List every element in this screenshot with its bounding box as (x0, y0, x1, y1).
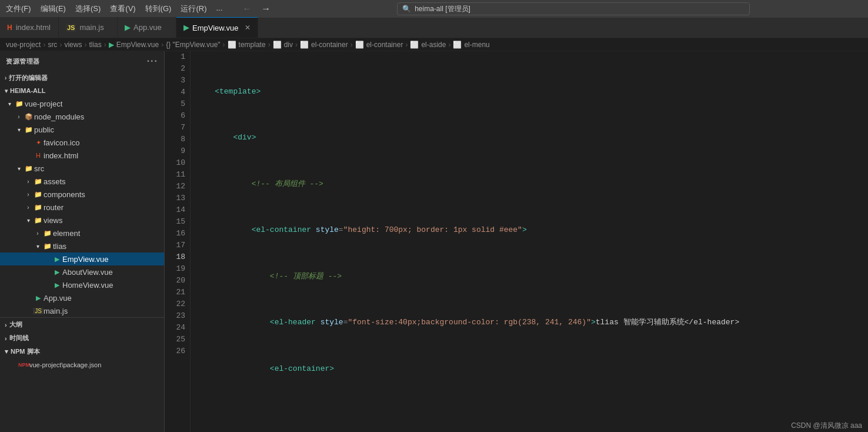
menu-select[interactable]: 选择(S) (75, 4, 101, 14)
tree-item-components[interactable]: 📁 components (0, 188, 164, 201)
breadcrumb-part[interactable]: vue-project (6, 41, 41, 49)
code-line-1: <template> (196, 86, 862, 98)
tab-label: App.vue (133, 23, 162, 32)
tree-item-views[interactable]: 📁 views (0, 214, 164, 227)
section-outline[interactable]: › 大纲 (0, 318, 164, 331)
menu-view[interactable]: 查看(V) (110, 4, 135, 14)
line-numbers: 1 2 3 4 5 6 7 8 9 10 11 12 13 14 15 16 1… (165, 51, 191, 432)
menu-file[interactable]: 文件(F) (6, 4, 31, 14)
sep-icon: › (43, 41, 45, 49)
tree-item-favicon[interactable]: ✦ favicon.ico (0, 136, 164, 149)
tree-item-element[interactable]: 📁 element (0, 227, 164, 240)
editor-area: 1 2 3 4 5 6 7 8 9 10 11 12 13 14 15 16 1… (165, 51, 868, 432)
folder-src-icon: 📁 (24, 165, 34, 172)
vue-file-icon: ▶ (52, 255, 62, 263)
tree-item-public[interactable]: 📁 public (0, 123, 164, 136)
tree-item-index-html[interactable]: H index.html (0, 149, 164, 162)
file-label: EmpView.vue (62, 255, 164, 264)
tree-item-appvue[interactable]: ▶ App.vue (0, 291, 164, 304)
sidebar-header: 资源管理器 ··· (0, 51, 164, 71)
folder-views-icon: 📁 (33, 217, 44, 224)
menu-run[interactable]: 运行(R) (181, 4, 206, 14)
code-content[interactable]: <template> <div> <!-- 布局组件 --> <el-conta… (191, 51, 868, 432)
folder-assets-icon: 📁 (33, 178, 44, 185)
tab-close-icon[interactable]: ✕ (245, 24, 251, 32)
breadcrumb-part[interactable]: {} "EmpView.vue" (166, 41, 220, 49)
vue-crumb-icon: ▶ (109, 41, 114, 49)
section-label: 大纲 (9, 320, 22, 329)
code-line-5: <!-- 顶部标题 --> (196, 271, 862, 283)
tree-item-empview[interactable]: ▶ EmpView.vue (0, 252, 164, 265)
nav-back-icon[interactable]: ← (240, 4, 254, 14)
tree-item-tlias[interactable]: 📁 tlias (0, 240, 164, 252)
search-bar[interactable]: 🔍 heima-all [管理员] (397, 2, 750, 15)
folder-public-icon: 📁 (24, 126, 34, 134)
file-label: src (34, 164, 164, 173)
tree-item-homeview[interactable]: ▶ HomeView.vue (0, 278, 164, 291)
breadcrumb-part[interactable]: views (64, 41, 82, 49)
section-timeline[interactable]: › 时间线 (0, 331, 164, 345)
chevron-icon (14, 114, 24, 120)
file-label: assets (44, 177, 164, 186)
tab-main-js[interactable]: JS main.js (59, 17, 118, 38)
code-line-3: <!-- 布局组件 --> (196, 178, 862, 190)
tree-item-mainjs[interactable]: JS main.js (0, 304, 164, 317)
tree-item-aboutview[interactable]: ▶ AboutView.vue (0, 265, 164, 278)
search-icon: 🔍 (402, 5, 411, 13)
breadcrumb-part[interactable]: el-menu (464, 41, 489, 49)
section-label: 时间线 (9, 334, 29, 343)
code-line-7: <el-container> (196, 363, 862, 375)
breadcrumb-part[interactable]: el-container (311, 41, 348, 49)
file-label: index.html (44, 151, 164, 160)
tree-item-package-json[interactable]: NPM vue-project\package.json (0, 358, 164, 371)
tree-item-assets[interactable]: 📁 assets (0, 175, 164, 188)
folder-icon: 📁 (14, 100, 25, 108)
chevron-icon (24, 191, 33, 198)
section-heima-all[interactable]: ▾ HEIMA-ALL (0, 84, 164, 97)
status-text: CSDN @清风微凉 aaa (791, 421, 862, 430)
menu-more[interactable]: ... (216, 4, 222, 14)
chevron-icon (14, 127, 24, 133)
nav-forward-icon[interactable]: → (259, 4, 273, 14)
sep-icon: › (104, 41, 106, 49)
sep-icon: › (295, 41, 298, 49)
tab-app-vue[interactable]: ▶ App.vue (118, 17, 176, 38)
code-editor[interactable]: 1 2 3 4 5 6 7 8 9 10 11 12 13 14 15 16 1… (165, 51, 868, 432)
section-label: NPM 脚本 (11, 347, 40, 356)
file-label: App.vue (44, 294, 164, 303)
file-label: router (44, 203, 164, 212)
tree-item-vue-project[interactable]: 📁 vue-project (0, 97, 164, 110)
menu-goto[interactable]: 转到(G) (145, 4, 172, 14)
main-layout: 资源管理器 ··· › 打开的编辑器 ▾ HEIMA-ALL 📁 vue-pro… (0, 51, 868, 432)
code-line-2: <div> (196, 132, 862, 144)
chevron-icon: › (5, 335, 7, 342)
breadcrumb-part[interactable]: el-container (366, 41, 403, 49)
section-npm[interactable]: ▾ NPM 脚本 (0, 345, 164, 358)
breadcrumb-part[interactable]: tlias (89, 41, 101, 49)
breadcrumb-part[interactable]: template (239, 41, 266, 49)
breadcrumb-part[interactable]: EmpView.vue (116, 41, 159, 49)
breadcrumb-part[interactable]: div (284, 41, 293, 49)
tab-label: main.js (79, 23, 104, 32)
breadcrumb-part[interactable]: src (48, 41, 57, 49)
search-text: heima-all [管理员] (415, 4, 470, 14)
sep-icon: › (405, 41, 408, 49)
file-label: components (44, 190, 164, 199)
tree-item-router[interactable]: 📁 router (0, 201, 164, 214)
html-icon: H (7, 24, 12, 32)
breadcrumb-part[interactable]: el-aside (421, 41, 446, 49)
tree-item-node-modules[interactable]: 📦 node_modules (0, 110, 164, 123)
menu-edit[interactable]: 编辑(E) (41, 4, 66, 14)
sidebar-title: 资源管理器 (6, 57, 40, 66)
tab-bar: H index.html JS main.js ▶ App.vue ▶ EmpV… (0, 18, 868, 38)
tab-index-html[interactable]: H index.html (0, 17, 59, 38)
vue-file-icon: ▶ (33, 294, 44, 302)
menu-bar[interactable]: 文件(F) 编辑(E) 选择(S) 查看(V) 转到(G) 运行(R) ... (6, 4, 222, 14)
sidebar-more-icon[interactable]: ··· (147, 56, 158, 67)
tab-empview-vue[interactable]: ▶ EmpView.vue ✕ (176, 17, 258, 38)
sep-icon: › (448, 41, 450, 49)
sep-icon: › (268, 41, 271, 49)
tree-item-src[interactable]: 📁 src (0, 162, 164, 175)
section-open-editors[interactable]: › 打开的编辑器 (0, 71, 164, 84)
nav-arrows: ← → (240, 4, 273, 14)
